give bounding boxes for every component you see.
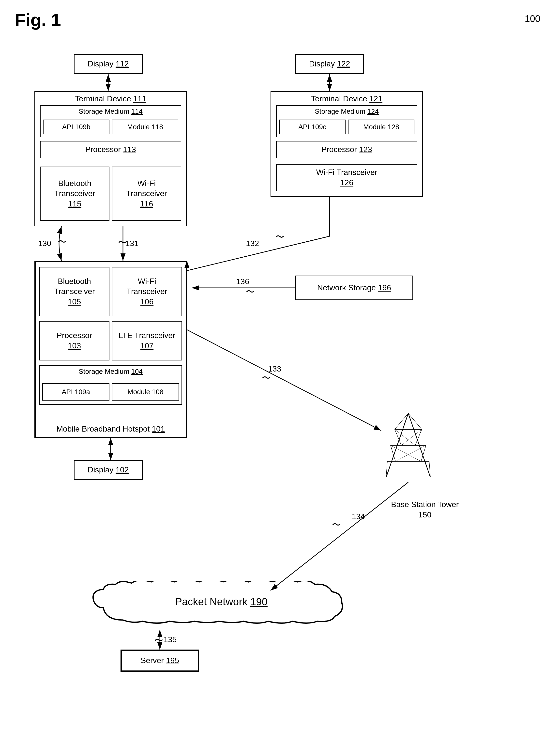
svg-text:136: 136 — [236, 277, 249, 286]
svg-text:131: 131 — [125, 239, 139, 248]
module-118: Module 118 — [112, 120, 178, 134]
svg-line-17 — [390, 445, 421, 461]
ref-100: 100 — [525, 13, 540, 24]
terminal-device-121: Terminal Device 121 Storage Medium 124 A… — [270, 91, 423, 197]
bt-transceiver-105: BluetoothTransceiver 105 — [39, 267, 110, 316]
figure-label: Fig. 1 — [15, 10, 61, 30]
storage-medium-124: Storage Medium 124 API 109c Module 128 — [276, 105, 417, 137]
processor-113: Processor 113 — [40, 141, 181, 158]
terminal-device-111: Terminal Device 111 Storage Medium 114 A… — [34, 91, 187, 226]
svg-text:Packet Network 190: Packet Network 190 — [175, 596, 268, 607]
svg-text:〜: 〜 — [58, 237, 67, 247]
svg-text:133: 133 — [268, 364, 281, 373]
lte-transceiver-107: LTE Transceiver 107 — [112, 321, 182, 361]
module-108: Module 108 — [112, 383, 179, 401]
wifi-transceiver-106: Wi-FiTransceiver 106 — [112, 267, 182, 316]
bt-transceiver-115: BluetoothTransceiver 115 — [40, 167, 110, 221]
svg-text:134: 134 — [352, 512, 365, 521]
api-109c: API 109c — [279, 120, 346, 134]
svg-line-6 — [408, 413, 422, 429]
module-128: Module 128 — [348, 120, 414, 134]
processor-103: Processor 103 — [39, 321, 110, 361]
svg-text:135: 135 — [164, 635, 177, 644]
display-102: Display 102 — [74, 460, 143, 480]
tower-icon — [381, 413, 435, 482]
storage-medium-104: Storage Medium 104 API 109a Module 108 — [39, 365, 182, 405]
api-109b: API 109b — [43, 120, 110, 134]
server-195: Server 195 — [120, 650, 199, 672]
svg-text:〜: 〜 — [246, 287, 255, 297]
wifi-transceiver-116: Wi-FiTransceiver 116 — [112, 167, 181, 221]
svg-text:〜: 〜 — [275, 232, 284, 242]
svg-text:132: 132 — [246, 239, 259, 248]
packet-network-190: Packet Network 190 — [86, 581, 357, 630]
svg-text:〜: 〜 — [332, 520, 341, 530]
network-storage-196: Network Storage 196 — [295, 276, 413, 300]
mobile-broadband-hotspot-101: BluetoothTransceiver 105 Wi-FiTransceive… — [34, 261, 187, 438]
display-112: Display 112 — [74, 54, 143, 74]
display-122: Display 122 — [295, 54, 364, 74]
svg-text:〜: 〜 — [262, 373, 271, 383]
processor-123: Processor 123 — [276, 141, 417, 158]
wifi-transceiver-126: Wi-Fi Transceiver 126 — [276, 164, 417, 191]
svg-line-5 — [395, 413, 408, 429]
svg-text:〜: 〜 — [118, 237, 127, 248]
svg-text:130: 130 — [38, 239, 51, 248]
svg-text:〜: 〜 — [154, 635, 163, 645]
api-109a: API 109a — [42, 383, 110, 401]
svg-line-18 — [395, 445, 426, 461]
storage-medium-114: Storage Medium 114 API 109b Module 118 — [40, 105, 181, 137]
base-station-tower-150: Base Station Tower 150 — [391, 499, 459, 520]
